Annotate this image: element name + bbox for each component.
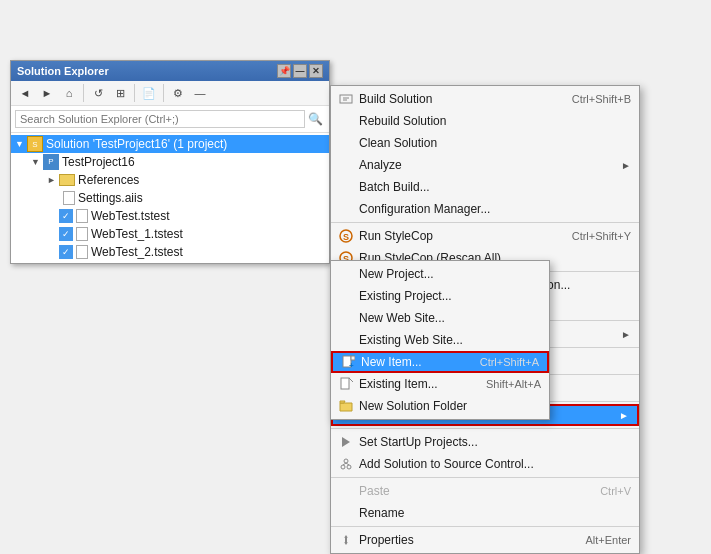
settings-label: Settings.aiis [78,191,143,205]
batch-build-label: Batch Build... [359,180,430,194]
solution-node[interactable]: ▼ S Solution 'TestProject16' (1 project) [11,135,329,153]
solution-explorer-title: Solution Explorer [17,65,109,77]
new-web-site-label: New Web Site... [359,311,445,325]
submenu-existing-web-site[interactable]: Existing Web Site... [331,329,549,351]
svg-rect-17 [345,537,347,543]
webtest1-file-icon [76,227,88,241]
references-label: References [78,173,139,187]
run-stylecop-shortcut: Ctrl+Shift+Y [552,230,631,242]
run-stylecop-label: Run StyleCop [359,229,433,243]
build-solution-shortcut: Ctrl+Shift+B [552,93,631,105]
submenu-new-solution-folder[interactable]: New Solution Folder [331,395,549,417]
titlebar-buttons: 📌 — ✕ [277,64,323,78]
menu-paste[interactable]: Paste Ctrl+V [331,480,639,502]
menu-properties[interactable]: Properties Alt+Enter [331,529,639,551]
build-icon [337,90,355,108]
source-control-icon [337,455,355,473]
svg-marker-11 [342,437,350,447]
references-icon [59,174,75,186]
submenu-existing-project[interactable]: Existing Project... [331,285,549,307]
properties-shortcut: Alt+Enter [565,534,631,546]
webtest-file-icon [76,209,88,223]
sep8 [331,477,639,478]
add-arrow: ► [619,410,629,421]
new-item-label: New Item... [361,355,422,369]
collapse-all-button[interactable]: — [190,83,210,103]
solution-explorer-panel: Solution Explorer 📌 — ✕ ◄ ► ⌂ ↺ ⊞ 📄 ⚙ — … [10,60,330,264]
submenu-existing-item[interactable]: Existing Item... Shift+Alt+A [331,373,549,395]
menu-run-stylecop[interactable]: S Run StyleCop Ctrl+Shift+Y [331,225,639,247]
submenu-new-project[interactable]: New Project... [331,263,549,285]
startup-icon [337,433,355,451]
webtest2-node[interactable]: ✓ WebTest_2.tstest [11,243,329,261]
sep7 [331,428,639,429]
existing-item-shortcut: Shift+Alt+A [476,378,541,390]
show-all-button[interactable]: 📄 [139,83,159,103]
analyze-arrow: ► [621,160,631,171]
menu-analyze[interactable]: Analyze ► [331,154,639,176]
existing-item-label: Existing Item... [359,377,438,391]
minimize-button[interactable]: — [293,64,307,78]
project-node[interactable]: ▼ P TestProject16 [11,153,329,171]
power-commands-arrow: ► [621,329,631,340]
properties-button[interactable]: ⚙ [168,83,188,103]
svg-rect-0 [340,95,352,103]
toolbar-sep1 [83,84,84,102]
svg-line-15 [343,463,346,465]
webtest-label: WebTest.tstest [91,209,169,223]
webtest2-file-icon [76,245,88,259]
svg-rect-22 [341,378,349,389]
settings-node[interactable]: Settings.aiis [11,189,329,207]
menu-add-solution-source-control[interactable]: Add Solution to Source Control... [331,453,639,475]
menu-build-solution[interactable]: Build Solution Ctrl+Shift+B [331,88,639,110]
analyze-label: Analyze [359,158,402,172]
home-button[interactable]: ⌂ [59,83,79,103]
pin-button[interactable]: 📌 [277,64,291,78]
properties-icon [337,531,355,549]
search-bar: 🔍 [11,106,329,133]
menu-rebuild-solution[interactable]: Rebuild Solution [331,110,639,132]
build-solution-label: Build Solution [359,92,432,106]
menu-rename[interactable]: Rename [331,502,639,524]
submenu-new-item[interactable]: + New Item... Ctrl+Shift+A [331,351,549,373]
svg-point-13 [341,465,345,469]
rebuild-solution-label: Rebuild Solution [359,114,446,128]
solution-label: Solution 'TestProject16' (1 project) [46,137,227,151]
references-node[interactable]: ► References [11,171,329,189]
solution-tree: ▼ S Solution 'TestProject16' (1 project)… [11,133,329,263]
paste-shortcut: Ctrl+V [580,485,631,497]
svg-text:+: + [349,361,354,369]
close-button[interactable]: ✕ [309,64,323,78]
submenu-new-web-site[interactable]: New Web Site... [331,307,549,329]
existing-web-site-label: Existing Web Site... [359,333,463,347]
sync-button[interactable]: ↺ [88,83,108,103]
menu-set-startup-projects[interactable]: Set StartUp Projects... [331,431,639,453]
menu-clean-solution[interactable]: Clean Solution [331,132,639,154]
webtest1-node[interactable]: ✓ WebTest_1.tstest [11,225,329,243]
stylecop-icon: S [337,227,355,245]
solution-explorer-toolbar: ◄ ► ⌂ ↺ ⊞ 📄 ⚙ — [11,81,329,106]
back-button[interactable]: ◄ [15,83,35,103]
existing-item-icon [337,375,355,393]
clean-solution-label: Clean Solution [359,136,437,150]
properties-label: Properties [359,533,414,547]
new-item-shortcut: Ctrl+Shift+A [470,356,539,368]
webtest-check-icon: ✓ [59,209,73,223]
webtest-node[interactable]: ✓ WebTest.tstest [11,207,329,225]
forward-button[interactable]: ► [37,83,57,103]
project-label: TestProject16 [62,155,135,169]
search-input[interactable] [15,110,305,128]
svg-point-12 [344,459,348,463]
project-arrow: ▼ [31,157,43,167]
toolbar-sep3 [163,84,164,102]
existing-project-label: Existing Project... [359,289,452,303]
references-arrow: ► [47,175,59,185]
webtest1-check-icon: ✓ [59,227,73,241]
add-submenu: New Project... Existing Project... New W… [330,260,550,420]
rename-label: Rename [359,506,404,520]
solution-explorer-titlebar: Solution Explorer 📌 — ✕ [11,61,329,81]
menu-config-manager[interactable]: Configuration Manager... [331,198,639,220]
add-solution-source-control-label: Add Solution to Source Control... [359,457,534,471]
refresh-button[interactable]: ⊞ [110,83,130,103]
menu-batch-build[interactable]: Batch Build... [331,176,639,198]
